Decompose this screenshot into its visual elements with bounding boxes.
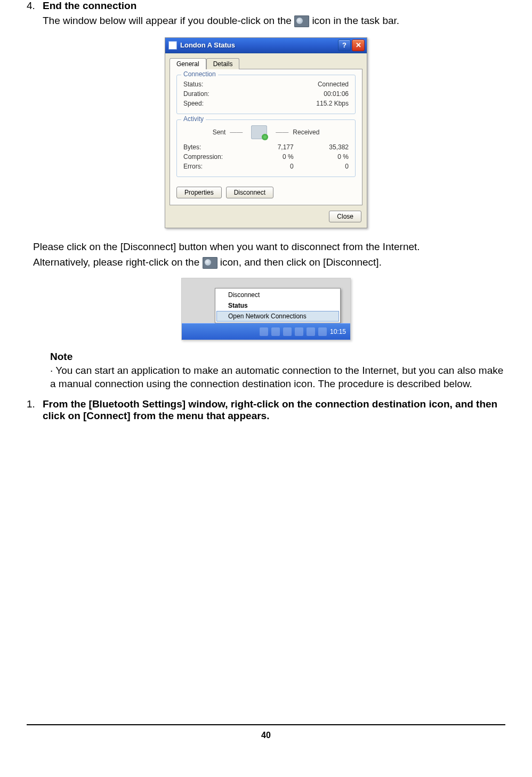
disconnect-instruction: Please click on the [Disconnect] button …: [27, 240, 505, 254]
tray-icon[interactable]: [318, 327, 327, 336]
compression-label: Compression:: [183, 152, 238, 162]
alt-instruction: Alternatively, please right-click on the…: [27, 255, 505, 269]
errors-received: 0: [294, 162, 349, 171]
footer-rule: [27, 724, 505, 725]
close-button[interactable]: ✕: [352, 39, 365, 51]
status-dialog: London A Status ? ✕ General Details Conn…: [165, 37, 367, 228]
step-4-number: 4.: [27, 0, 43, 12]
tray-icon[interactable]: [307, 327, 315, 336]
step-4-text-a: The window below will appear if you doub…: [43, 15, 292, 26]
note-heading: Note: [50, 350, 505, 364]
note-body: You can start an application to make an …: [50, 365, 503, 390]
menu-disconnect[interactable]: Disconnect: [216, 290, 339, 300]
compression-sent: 0 %: [238, 152, 293, 162]
step-4-title: End the connection: [43, 0, 136, 12]
step-4-text-b: icon in the task bar.: [312, 15, 399, 26]
errors-sent: 0: [238, 162, 293, 171]
network-taskbar-icon-2: [203, 257, 217, 269]
context-menu-figure: Disconnect Status Open Network Connectio…: [181, 278, 351, 340]
dialog-titlebar[interactable]: London A Status ? ✕: [165, 38, 367, 53]
step-1-text: From the [Bluetooth Settings] window, ri…: [43, 398, 505, 422]
activity-legend: Activity: [181, 115, 206, 123]
tray-icon[interactable]: [295, 327, 303, 336]
speed-label: Speed:: [183, 100, 204, 107]
tab-details[interactable]: Details: [206, 58, 240, 69]
taskbar: 10:15: [182, 323, 350, 340]
tab-general[interactable]: General: [170, 58, 206, 69]
activity-group: Activity Sent —— —— Received Bytes: 7,17…: [176, 119, 356, 177]
compression-received: 0 %: [294, 152, 349, 162]
status-value: Connected: [318, 81, 349, 88]
alt-text-a: Alternatively, please right-click on the: [33, 257, 199, 268]
dialog-sys-icon: [168, 41, 177, 50]
disconnect-button[interactable]: Disconnect: [226, 187, 273, 198]
menu-status[interactable]: Status: [216, 300, 339, 311]
step-1-number: 1.: [27, 398, 43, 422]
help-button[interactable]: ?: [338, 39, 351, 51]
tray-icon[interactable]: [283, 327, 292, 336]
note-bullet: ·: [50, 365, 53, 376]
network-taskbar-icon: [294, 15, 309, 27]
connection-legend: Connection: [181, 70, 218, 78]
context-menu: Disconnect Status Open Network Connectio…: [215, 288, 341, 323]
status-label: Status:: [183, 81, 203, 88]
errors-label: Errors:: [183, 162, 238, 171]
page-number: 40: [0, 731, 532, 740]
connection-group: Connection Status:Connected Duration:00:…: [176, 75, 356, 114]
note-text: · You can start an application to make a…: [50, 364, 505, 391]
duration-label: Duration:: [183, 90, 209, 98]
tray-icon[interactable]: [260, 327, 268, 336]
step-4-heading: 4. End the connection: [27, 0, 505, 12]
close-dialog-button[interactable]: Close: [329, 211, 361, 222]
step-4-description: The window below will appear if you doub…: [43, 14, 505, 28]
duration-value: 00:01:06: [324, 90, 349, 98]
activity-received-label: Received: [293, 129, 319, 136]
activity-sent-label: Sent: [213, 129, 226, 136]
speed-value: 115.2 Kbps: [316, 100, 349, 107]
bytes-received: 35,382: [294, 142, 349, 152]
activity-icon: [251, 125, 267, 139]
alt-text-b: icon, and then click on [Disconnect].: [220, 257, 382, 268]
tray-icon[interactable]: [271, 327, 280, 336]
step-1-heading: 1. From the [Bluetooth Settings] window,…: [27, 398, 505, 422]
taskbar-clock: 10:15: [330, 328, 346, 335]
bytes-sent: 7,177: [238, 142, 293, 152]
dialog-title: London A Status: [180, 41, 337, 49]
menu-open-network[interactable]: Open Network Connections: [216, 311, 339, 322]
bytes-label: Bytes:: [183, 142, 238, 152]
properties-button[interactable]: Properties: [176, 187, 222, 198]
